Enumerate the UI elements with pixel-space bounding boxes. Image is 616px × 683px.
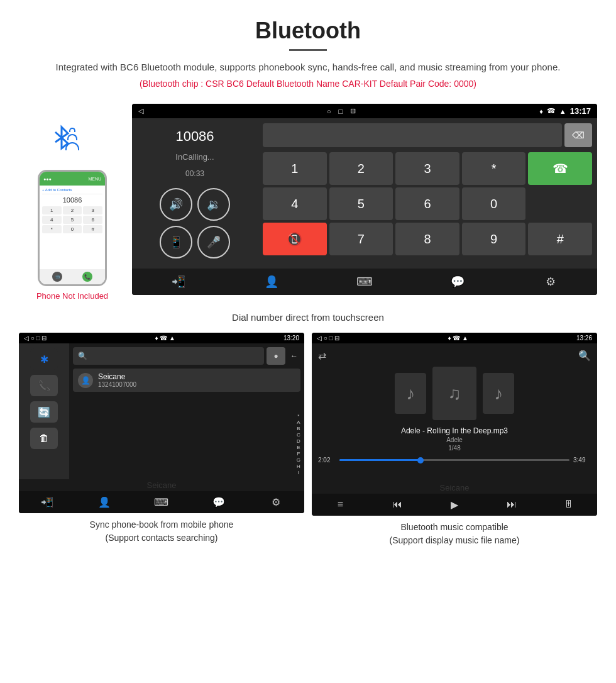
dial-key-3[interactable]: 3 <box>395 152 459 185</box>
car-control-buttons: 🔊 🔉 📱 🎤 <box>160 188 230 258</box>
phone-call-btn[interactable]: 📞 <box>82 272 92 282</box>
pb-nav-settings-icon[interactable]: ⚙ <box>265 496 287 508</box>
dial-key-1[interactable]: 1 <box>263 152 327 185</box>
nav-call-transfer-icon[interactable]: 📲 <box>166 275 191 289</box>
dial-key-2[interactable]: 2 <box>329 152 393 185</box>
music-progress-bar[interactable] <box>339 459 569 461</box>
contact-info-1: Seicane 13241007000 <box>98 372 136 388</box>
pb-nav-dialpad-icon[interactable]: ⌨ <box>150 496 173 508</box>
phone-key-2[interactable]: 2 <box>63 206 82 214</box>
bluetooth-specs: (Bluetooth chip : CSR BC6 Default Blueto… <box>25 79 591 89</box>
dial-key-5[interactable]: 5 <box>329 187 393 220</box>
car-nav-icon-home: ○ <box>327 108 331 115</box>
album-art-left: ♪ <box>395 373 426 414</box>
car-screen: ◁ ○ □ ⊟ ♦ ☎ ▲ 13:17 10086 InCalling... 0… <box>132 104 597 295</box>
pb-delete-icon[interactable]: 🗑 <box>30 428 58 449</box>
title-divider <box>289 49 327 51</box>
phone-illustration: ●●● MENU + Add to Contacts 10086 1 2 3 4… <box>19 104 126 301</box>
nav-messages-icon[interactable]: 💬 <box>445 275 470 289</box>
music-caption: Bluetooth music compatible (Support disp… <box>383 516 526 547</box>
phone-not-included-label: Phone Not Included <box>36 291 108 301</box>
car-phone-icon: ☎ <box>547 107 556 115</box>
phone-key-9[interactable]: # <box>83 225 102 233</box>
dial-key-4[interactable]: 4 <box>263 187 327 220</box>
car-nav-bar: 📲 👤 ⌨ 💬 ⚙ <box>132 269 597 295</box>
music-top-row: ⇄ 🔍 <box>318 350 591 362</box>
pb-contact-row-1[interactable]: 👤 Seicane 13241007000 <box>73 369 300 392</box>
backspace-button[interactable]: ⌫ <box>564 123 592 147</box>
pb-nav-messages-icon[interactable]: 💬 <box>207 496 230 508</box>
phone-key-1[interactable]: 1 <box>42 206 62 214</box>
phone-content: + Add to Contacts 10086 1 2 3 4 5 6 * 0 … <box>40 186 105 269</box>
pb-nav-contacts-icon[interactable]: 👤 <box>93 496 116 508</box>
music-status-icons: ♦ ☎ ▲ <box>448 335 468 342</box>
music-nav-play-icon[interactable]: ▶ <box>443 499 466 511</box>
phone-video-btn[interactable]: 📹 <box>52 272 62 282</box>
car-volume-down-btn[interactable]: 🔉 <box>197 188 230 221</box>
phone-key-7[interactable]: * <box>42 225 62 233</box>
car-left-panel: 10086 InCalling... 00:33 🔊 🔉 📱 🎤 <box>132 118 258 269</box>
dial-call-btn[interactable]: ☎ <box>528 152 592 185</box>
car-nav-icon-back: ◁ <box>138 107 143 115</box>
nav-dialpad-icon[interactable]: ⌨ <box>352 275 377 289</box>
phone-top-bar: ●●● MENU <box>40 172 105 186</box>
phone-frame: ●●● MENU + Add to Contacts 10086 1 2 3 4… <box>38 170 107 286</box>
dial-key-zero[interactable]: 0 <box>462 187 526 220</box>
music-progress-dot <box>417 457 424 464</box>
music-nav-next-icon[interactable]: ⏭ <box>500 499 523 511</box>
pb-sync-icon[interactable]: 🔄 <box>30 401 58 423</box>
contact-avatar-1: 👤 <box>78 373 93 388</box>
car-nav-icon-menu: ⊟ <box>350 107 356 115</box>
car-transfer-btn[interactable]: 📱 <box>160 226 192 258</box>
dial-key-7[interactable]: 7 <box>329 223 393 255</box>
pb-nav-back: ◁ ○ □ ⊟ <box>24 335 47 342</box>
phone-screen: ●●● MENU + Add to Contacts 10086 1 2 3 4… <box>40 172 105 284</box>
music-time-current: 2:02 <box>318 457 336 464</box>
music-status-bar: ◁ ○ □ ⊟ ♦ ☎ ▲ 13:26 <box>312 333 597 343</box>
music-nav-list-icon[interactable]: ≡ <box>329 499 351 511</box>
nav-settings-icon[interactable]: ⚙ <box>538 275 563 289</box>
dial-hangup-btn[interactable]: 📵 <box>263 223 327 255</box>
pb-call-icon[interactable]: 📞 <box>30 375 58 396</box>
pb-left-panel: ✱ 📞 🔄 🗑 <box>19 343 69 479</box>
dial-key-hash[interactable]: # <box>528 223 592 255</box>
music-body: ⇄ 🔍 ♪ ♫ ♪ Adele - Rolling In the Deep.m <box>312 343 597 482</box>
pb-back-arrow[interactable]: ← <box>288 352 300 360</box>
pb-search-bar[interactable]: 🔍 <box>73 347 264 365</box>
phone-menu-label: MENU <box>88 177 101 181</box>
pb-nav-call-icon[interactable]: 📲 <box>36 496 58 508</box>
dial-key-9[interactable]: 9 <box>462 223 526 255</box>
phone-key-8[interactable]: 0 <box>63 225 82 233</box>
car-volume-up-btn[interactable]: 🔊 <box>160 188 192 221</box>
car-location-icon: ♦ <box>539 108 543 115</box>
phone-key-5[interactable]: 5 <box>63 216 82 224</box>
music-nav-prev-icon[interactable]: ⏮ <box>386 499 409 511</box>
phone-add-contacts: + Add to Contacts <box>42 188 102 194</box>
car-calling-timer: 00:33 <box>185 169 204 178</box>
main-caption: Dial number direct from touchscreen <box>0 307 616 333</box>
phone-dialpad: 1 2 3 4 5 6 * 0 # <box>42 206 102 233</box>
pb-contacts-area <box>73 394 294 475</box>
car-calling-status: InCalling... <box>175 152 214 162</box>
car-mute-btn[interactable]: 🎤 <box>197 226 230 258</box>
nav-contacts-icon[interactable]: 👤 <box>259 275 284 289</box>
phone-key-3[interactable]: 3 <box>83 206 102 214</box>
music-search-icon[interactable]: 🔍 <box>578 350 591 362</box>
music-nav-eq-icon[interactable]: 🎚 <box>558 499 580 511</box>
pb-right-panel: 🔍 ● ← 👤 Seicane 13241007000 <box>69 343 304 479</box>
phone-key-4[interactable]: 4 <box>42 216 62 224</box>
phone-key-6[interactable]: 6 <box>83 216 102 224</box>
dial-key-star[interactable]: * <box>462 152 526 185</box>
music-shuffle-icon[interactable]: ⇄ <box>318 350 326 362</box>
phone-status-left: ●●● <box>43 177 52 181</box>
dialpad-grid: 1 2 3 * ☎ 4 5 6 0 📵 7 8 9 # <box>263 152 592 255</box>
pb-search-row: 🔍 ● ← <box>73 347 300 365</box>
dial-key-8[interactable]: 8 <box>395 223 459 255</box>
phone-number: 10086 <box>42 196 102 204</box>
number-input-field[interactable] <box>263 123 562 147</box>
music-screen: ◁ ○ □ ⊟ ♦ ☎ ▲ 13:26 ⇄ 🔍 ♪ ♫ <box>312 333 597 516</box>
pb-circle-btn[interactable]: ● <box>267 347 285 365</box>
music-track: 1/48 <box>401 445 508 452</box>
phonebook-screen: ◁ ○ □ ⊟ ♦ ☎ ▲ 13:20 ✱ 📞 🔄 🗑 🔍 <box>19 333 304 513</box>
dial-key-6[interactable]: 6 <box>395 187 459 220</box>
